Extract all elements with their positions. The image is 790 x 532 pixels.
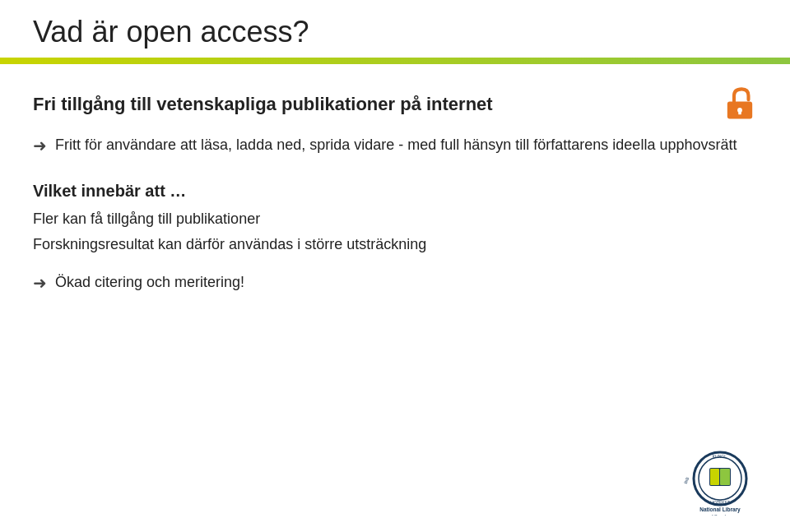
page-title: Vad är open access? [0,0,790,58]
which-means-heading: Vilket innebär att … [33,182,757,201]
svg-text:LIOTEKET: LIOTEKET [710,500,730,505]
accent-bar [0,58,790,64]
section-heading: Fri tillgång till vetenskapliga publikat… [33,94,709,115]
open-access-icon [723,87,757,122]
svg-text:KUNGL.: KUNGL. [713,454,728,459]
main-content: Fri tillgång till vetenskapliga publikat… [0,87,790,293]
kb-logo: KUNGL. LIOTEKET BIB National Library of … [675,450,765,516]
svg-rect-6 [710,469,719,485]
section-header: Fri tillgång till vetenskapliga publikat… [33,87,757,122]
svg-rect-7 [720,469,730,485]
svg-text:BIB: BIB [683,476,690,484]
citation-item: ➜ Ökad citering och meritering! [33,272,757,293]
national-library-logo: KUNGL. LIOTEKET BIB National Library of … [675,450,765,516]
svg-text:National Library: National Library [699,507,741,513]
point-2: Forskningsresultat kan därför användas i… [33,234,757,255]
svg-rect-2 [738,110,741,114]
bullet-item-1: ➜ Fritt för användare att läsa, ladda ne… [33,135,757,155]
citation-text: Ökad citering och meritering! [55,272,244,293]
arrow-icon-1: ➜ [33,136,47,155]
svg-text:of Sweden: of Sweden [709,514,731,516]
bullet-text-1: Fritt för användare att läsa, ladda ned,… [55,135,737,155]
point-1: Fler kan få tillgång till publikationer [33,209,757,229]
arrow-icon-2: ➜ [33,273,47,293]
